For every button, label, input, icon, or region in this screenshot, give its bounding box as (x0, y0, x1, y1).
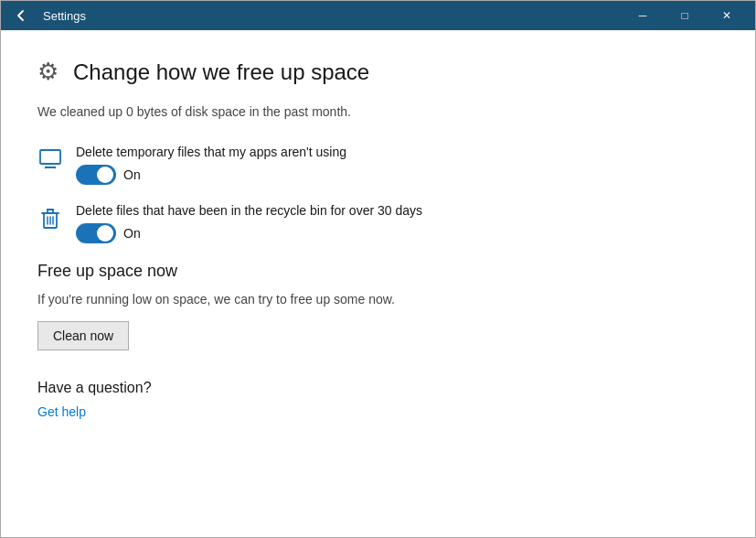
titlebar-title: Settings (43, 9, 622, 23)
recycle-bin-block: Delete files that have been in the recyc… (76, 203, 422, 243)
app-window: Settings ─ □ ✕ ⚙ Change how we free up s… (0, 0, 756, 538)
maximize-button[interactable]: □ (664, 1, 706, 30)
recycle-bin-toggle-label: On (123, 226, 141, 241)
temp-files-block: Delete temporary files that my apps aren… (76, 145, 346, 185)
minimize-button[interactable]: ─ (622, 1, 664, 30)
get-help-link[interactable]: Get help (37, 404, 86, 419)
titlebar: Settings ─ □ ✕ (1, 1, 755, 30)
recycle-bin-toggle[interactable] (76, 223, 116, 243)
page-header: ⚙ Change how we free up space (37, 58, 719, 86)
temp-files-toggle-container: On (76, 165, 346, 185)
setting-temp-files: Delete temporary files that my apps aren… (37, 145, 719, 185)
recycle-bin-toggle-container: On (76, 223, 422, 243)
temp-files-toggle[interactable] (76, 165, 116, 185)
gear-icon: ⚙ (37, 58, 59, 86)
free-up-title: Free up space now (37, 262, 719, 281)
help-section: Have a question? Get help (37, 380, 719, 420)
temp-files-label: Delete temporary files that my apps aren… (76, 145, 346, 159)
free-up-section: Free up space now If you're running low … (37, 262, 719, 350)
back-button[interactable] (8, 3, 34, 28)
main-content: ⚙ Change how we free up space We cleaned… (1, 30, 755, 537)
setting-recycle-bin: Delete files that have been in the recyc… (37, 203, 719, 243)
close-button[interactable]: ✕ (706, 1, 748, 30)
svg-rect-0 (40, 150, 60, 164)
computer-icon (37, 146, 63, 176)
temp-files-toggle-label: On (123, 167, 141, 182)
free-up-description: If you're running low on space, we can t… (37, 292, 719, 307)
page-title: Change how we free up space (73, 59, 369, 85)
clean-subtitle: We cleaned up 0 bytes of disk space in t… (37, 104, 719, 119)
window-controls: ─ □ ✕ (622, 1, 748, 30)
question-title: Have a question? (37, 380, 719, 396)
clean-now-button[interactable]: Clean now (37, 321, 129, 350)
recycle-bin-label: Delete files that have been in the recyc… (76, 203, 422, 218)
trash-icon (37, 205, 63, 234)
